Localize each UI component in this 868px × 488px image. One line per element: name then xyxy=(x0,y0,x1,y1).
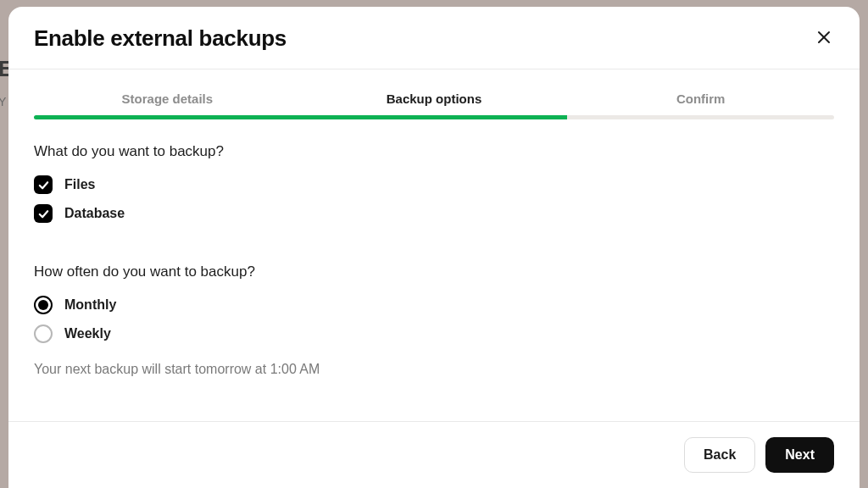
step-label: Storage details xyxy=(34,92,301,116)
step-confirm[interactable]: Confirm xyxy=(567,92,834,116)
radio-unselected-icon xyxy=(34,324,53,343)
modal-body: Storage details Backup options Confirm W… xyxy=(8,69,860,421)
radio-selected-icon xyxy=(34,296,53,314)
background-text-fragment: Y xyxy=(0,95,6,108)
checkbox-checked-icon xyxy=(34,204,53,223)
section-question: What do you want to backup? xyxy=(34,143,834,160)
progress-segment xyxy=(34,115,301,119)
section-question: How often do you want to backup? xyxy=(34,263,834,280)
backup-frequency-section: How often do you want to backup? Monthly… xyxy=(34,263,834,377)
close-button[interactable] xyxy=(814,27,834,50)
wizard-progress-bar xyxy=(34,115,834,119)
radio-option-monthly[interactable]: Monthly xyxy=(34,296,834,314)
step-storage-details[interactable]: Storage details xyxy=(34,92,301,116)
wizard-steps: Storage details Backup options Confirm xyxy=(34,92,834,116)
next-backup-hint: Your next backup will start tomorrow at … xyxy=(34,362,834,377)
checkbox-option-files[interactable]: Files xyxy=(34,175,834,194)
checkbox-checked-icon xyxy=(34,175,53,194)
option-label: Database xyxy=(64,206,125,221)
back-button[interactable]: Back xyxy=(684,437,755,473)
modal-enable-external-backups: Enable external backups Storage details … xyxy=(8,7,860,488)
option-label: Monthly xyxy=(64,297,116,313)
modal-title: Enable external backups xyxy=(34,25,287,52)
option-label: Weekly xyxy=(64,326,111,341)
step-label: Backup options xyxy=(301,92,568,116)
radio-option-weekly[interactable]: Weekly xyxy=(34,324,834,343)
modal-header: Enable external backups xyxy=(8,7,860,69)
progress-segment xyxy=(567,115,834,119)
checkbox-option-database[interactable]: Database xyxy=(34,204,834,223)
next-button[interactable]: Next xyxy=(765,437,834,473)
option-label: Files xyxy=(64,177,95,192)
close-icon xyxy=(817,30,831,47)
step-backup-options[interactable]: Backup options xyxy=(301,92,568,116)
modal-footer: Back Next xyxy=(8,421,860,488)
backup-what-section: What do you want to backup? Files Databa… xyxy=(34,143,834,223)
step-label: Confirm xyxy=(567,92,834,116)
progress-segment xyxy=(301,115,568,119)
